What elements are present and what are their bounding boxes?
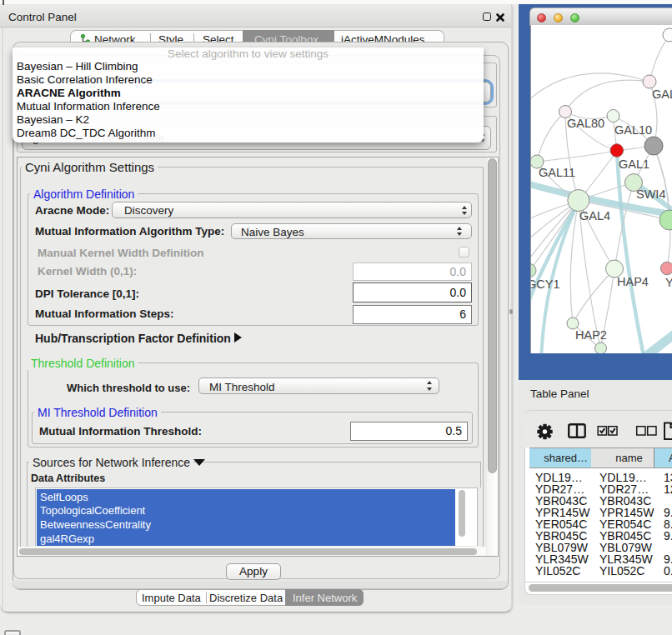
svg-text:GAL4: GAL4	[579, 209, 610, 222]
svg-text:HAP4: HAP4	[617, 275, 649, 288]
svg-text:GAL11: GAL11	[539, 166, 575, 179]
svg-text:YMR: YMR	[665, 276, 672, 289]
svg-text:GAL10: GAL10	[614, 123, 652, 137]
svg-text:GAL1: GAL1	[619, 158, 649, 171]
svg-text:HAP2: HAP2	[575, 328, 607, 342]
svg-text:GCY1: GCY1	[531, 278, 560, 291]
svg-text:GAL2: GAL2	[652, 88, 672, 101]
svg-text:SWI4: SWI4	[636, 188, 665, 201]
svg-text:GAL80: GAL80	[567, 117, 604, 130]
